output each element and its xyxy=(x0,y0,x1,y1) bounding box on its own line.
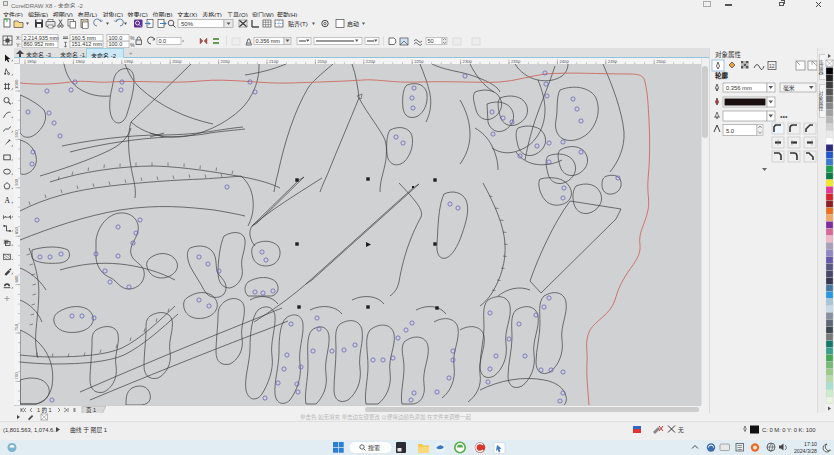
svg-text:0.356 mm: 0.356 mm xyxy=(256,38,281,44)
svg-text:2300: 2300 xyxy=(463,59,473,64)
svg-text:2050: 2050 xyxy=(221,59,231,64)
svg-text:毫米: 毫米 xyxy=(783,84,795,92)
svg-text:2024/3/28: 2024/3/28 xyxy=(794,448,817,454)
svg-text:2350: 2350 xyxy=(511,59,521,64)
svg-text:100.0: 100.0 xyxy=(109,41,123,47)
svg-text:900: 900 xyxy=(14,178,19,186)
svg-text:曲线 于 图层 1: 曲线 于 图层 1 xyxy=(70,426,107,434)
svg-text:5.0: 5.0 xyxy=(726,128,734,134)
svg-text:2100: 2100 xyxy=(269,59,279,64)
svg-text:2200: 2200 xyxy=(366,59,376,64)
svg-text:2000: 2000 xyxy=(172,59,182,64)
svg-text:2400: 2400 xyxy=(559,59,569,64)
svg-text:2,214.935 mm: 2,214.935 mm xyxy=(24,35,60,41)
svg-text:1000: 1000 xyxy=(14,79,19,89)
svg-text:2500: 2500 xyxy=(656,59,666,64)
svg-text:160.5 mm: 160.5 mm xyxy=(72,35,97,41)
svg-text:单击色 如无填充 单击边左键更改 以便将边颜色添加 在文件夹: 单击色 如无填充 单击边左键更改 以便将边颜色添加 在文件夹调整一起 xyxy=(300,413,472,421)
svg-text:800: 800 xyxy=(14,275,19,283)
svg-text:搜索: 搜索 xyxy=(368,444,380,452)
svg-text:•••: ••• xyxy=(780,113,788,120)
svg-text:100.0: 100.0 xyxy=(109,35,123,41)
svg-text:750: 750 xyxy=(14,323,19,331)
svg-text:%: % xyxy=(130,35,135,41)
svg-text:C: 0 M: 0 Y: 0 K: 100: C: 0 M: 0 Y: 0 K: 100 xyxy=(762,427,815,433)
svg-text:50: 50 xyxy=(428,38,434,44)
svg-text:1950: 1950 xyxy=(124,59,134,64)
svg-text:2450: 2450 xyxy=(608,59,618,64)
svg-text:2150: 2150 xyxy=(317,59,327,64)
svg-text:151.412 mm: 151.412 mm xyxy=(72,41,103,47)
svg-text:1850: 1850 xyxy=(27,59,37,64)
svg-text:0.0: 0.0 xyxy=(159,38,167,44)
svg-text:X:: X: xyxy=(16,35,22,41)
svg-text:2250: 2250 xyxy=(414,59,424,64)
svg-text:17:10: 17:10 xyxy=(804,441,817,447)
svg-text:850: 850 xyxy=(14,227,19,235)
svg-text:°: ° xyxy=(182,39,184,45)
svg-text:(1,801.563, 1,074.6...: (1,801.563, 1,074.6... xyxy=(3,427,59,433)
svg-text:对象属性: 对象属性 xyxy=(715,50,742,59)
svg-text:A: A xyxy=(4,196,10,205)
svg-text:950: 950 xyxy=(14,130,19,138)
svg-text:无: 无 xyxy=(678,427,684,434)
svg-text:0.356 mm: 0.356 mm xyxy=(726,85,752,91)
svg-text:12: 12 xyxy=(769,63,775,69)
svg-text:700: 700 xyxy=(14,372,19,380)
svg-text:860.952 mm: 860.952 mm xyxy=(24,41,55,47)
svg-text:轮廓: 轮廓 xyxy=(715,71,729,80)
svg-text:1900: 1900 xyxy=(75,59,85,64)
